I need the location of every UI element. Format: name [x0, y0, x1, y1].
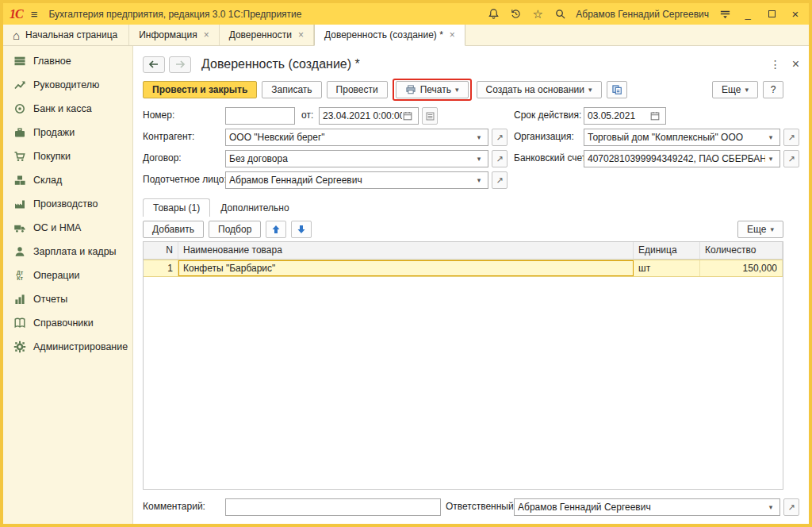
row-accountable: Подотчетное лицо: Абрамов Геннадий Серге… [143, 170, 799, 191]
post-button[interactable]: Провести [327, 81, 388, 98]
header-unit[interactable]: Единица [634, 242, 700, 259]
sidebar-item-administrirovanie[interactable]: Администрирование [3, 335, 132, 359]
sidebar-item-prodazhi[interactable]: Продажи [3, 121, 132, 144]
tab-label: Доверенность (создание) * [324, 29, 443, 40]
tab-additional[interactable]: Дополнительно [210, 198, 299, 217]
bank-account-combo[interactable]: 40702810399994349242, ПАО СБЕРБАНК ▾ [584, 150, 780, 167]
favorites-star-icon[interactable]: ☆ [531, 8, 544, 21]
search-icon[interactable] [553, 8, 566, 21]
responsible-combo[interactable]: Абрамов Геннадий Сергеевич ▾ [514, 498, 780, 516]
date-history-button[interactable] [422, 107, 438, 125]
dt-kt-icon: ДтКт [13, 270, 26, 281]
header-n[interactable]: N [144, 242, 178, 259]
sidebar-item-pokupki[interactable]: Покупки [3, 144, 132, 168]
sidebar-item-spravochniki[interactable]: Справочники [3, 311, 132, 335]
cell-goods-name[interactable]: Конфеты "Барбарис" [178, 260, 634, 276]
counterparty-combo[interactable]: ООО "Невский берег" ▾ [225, 129, 488, 146]
add-row-button[interactable]: Добавить [143, 221, 204, 238]
service-menu-icon[interactable] [718, 8, 731, 21]
responsible-open-button[interactable]: ↗ [783, 498, 799, 516]
home-tab-label: Начальная страница [25, 29, 117, 40]
printer-icon [405, 84, 416, 95]
window-title: Бухгалтерия предприятия, редакция 3.0 1С… [48, 9, 301, 20]
tab-label: Доверенности [229, 29, 292, 40]
chevron-down-icon[interactable]: ▾ [473, 133, 485, 141]
bar-chart-icon [13, 293, 26, 306]
sidebar-item-proizvodstvo[interactable]: Производство [3, 192, 132, 216]
home-tab[interactable]: ⌂ Начальная страница [3, 25, 129, 45]
main-menu-icon[interactable]: ≡ [31, 7, 38, 21]
back-arrow-icon [148, 60, 159, 69]
maximize-button[interactable] [764, 8, 779, 20]
back-button[interactable] [143, 56, 165, 73]
calendar-icon[interactable] [649, 110, 662, 121]
close-window-button[interactable]: × [788, 7, 802, 21]
form-close-icon[interactable]: × [792, 57, 799, 71]
header-qty[interactable]: Количество [700, 242, 783, 259]
table-empty-area[interactable] [144, 277, 783, 489]
move-up-button[interactable] [266, 221, 286, 238]
sidebar-item-os-i-nma[interactable]: ОС и НМА [3, 216, 132, 240]
move-down-button[interactable] [291, 221, 312, 238]
sidebar-item-rukovoditelyu[interactable]: Руководителю [3, 73, 132, 97]
tab-close-icon[interactable]: × [298, 29, 304, 40]
header-name[interactable]: Наименование товара [178, 242, 634, 259]
sidebar-item-glavnoe[interactable]: Главное [3, 49, 132, 73]
print-button[interactable]: Печать ▾ [396, 81, 469, 98]
save-button[interactable]: Записать [262, 81, 321, 98]
contract-combo[interactable]: Без договора ▾ [225, 150, 488, 167]
command-bar: Провести и закрыть Записать Провести Печ… [143, 79, 799, 101]
date-input[interactable]: 23.04.2021 0:00:00 [319, 107, 419, 125]
goods-table: N Наименование товара Единица Количество… [143, 241, 783, 490]
more-button[interactable]: Еще ▾ [712, 81, 758, 98]
tab-doverennost-sozdanie[interactable]: Доверенность (создание) * × [314, 25, 465, 46]
sidebar-item-zarplata-i-kadry[interactable]: Зарплата и кадры [3, 240, 132, 264]
tab-doverennosti[interactable]: Доверенности × [220, 25, 314, 45]
chevron-down-icon[interactable]: ▾ [765, 133, 776, 141]
accountable-open-button[interactable]: ↗ [492, 171, 508, 189]
sidebar-item-operacii[interactable]: ДтКт Операции [3, 264, 132, 287]
organization-open-button[interactable]: ↗ [783, 129, 799, 146]
related-documents-button[interactable] [607, 81, 627, 98]
forward-button[interactable] [169, 56, 191, 73]
create-on-basis-button[interactable]: Создать на основании ▾ [477, 81, 602, 98]
accountable-combo[interactable]: Абрамов Геннадий Сергеевич ▾ [225, 171, 488, 189]
tab-close-icon[interactable]: × [204, 29, 209, 40]
counterparty-open-button[interactable]: ↗ [492, 129, 508, 146]
form-title: Доверенность (создание) * [201, 57, 360, 71]
notifications-bell-icon[interactable] [487, 8, 500, 21]
organization-combo[interactable]: Торговый дом "Комплексный" ООО ▾ [584, 129, 780, 146]
number-input[interactable] [225, 107, 295, 125]
sidebar-item-otchety[interactable]: Отчеты [3, 287, 132, 311]
validity-input[interactable]: 03.05.2021 [584, 107, 666, 125]
document-form: Доверенность (создание) * ⋮ × Провести и… [133, 46, 809, 524]
sidebar-item-sklad[interactable]: Склад [3, 168, 132, 192]
arrow-down-icon [297, 225, 306, 234]
minimize-button[interactable]: _ [741, 8, 755, 20]
pick-button[interactable]: Подбор [209, 221, 261, 238]
chevron-down-icon[interactable]: ▾ [473, 155, 485, 163]
history-icon[interactable] [509, 8, 522, 21]
sidebar-item-bank-i-kassa[interactable]: Банк и касса [3, 97, 132, 121]
post-and-close-button[interactable]: Провести и закрыть [143, 81, 257, 98]
row-contract-bankaccount: Договор: Без договора ▾ ↗ Банковский сче… [143, 148, 799, 170]
tab-informaciya[interactable]: Информация × [129, 25, 220, 45]
comment-input[interactable] [225, 498, 441, 516]
bank-account-open-button[interactable]: ↗ [783, 150, 799, 167]
tab-close-icon[interactable]: × [450, 29, 455, 40]
tab-goods[interactable]: Товары (1) [143, 198, 210, 217]
current-user[interactable]: Абрамов Геннадий Сергеевич [576, 9, 709, 20]
help-button[interactable]: ? [763, 81, 783, 98]
chevron-down-icon[interactable]: ▾ [765, 503, 776, 511]
table-row[interactable]: 1 Конфеты "Барбарис" шт 150,000 [144, 260, 783, 277]
contract-open-button[interactable]: ↗ [492, 150, 508, 167]
chevron-down-icon[interactable]: ▾ [473, 176, 485, 184]
command-bar-right: Еще ▾ ? [712, 81, 783, 98]
sections-sidebar: Главное Руководителю Банк и касса Продаж… [3, 46, 133, 524]
chevron-down-icon[interactable]: ▾ [765, 155, 776, 163]
counterparty-label: Контрагент: [143, 131, 194, 142]
form-more-kebab-icon[interactable]: ⋮ [770, 58, 781, 71]
calendar-icon[interactable] [402, 110, 415, 121]
items-more-button[interactable]: Еще ▾ [737, 221, 783, 238]
topbar-right: ☆ Абрамов Геннадий Сергеевич _ × [487, 7, 802, 21]
